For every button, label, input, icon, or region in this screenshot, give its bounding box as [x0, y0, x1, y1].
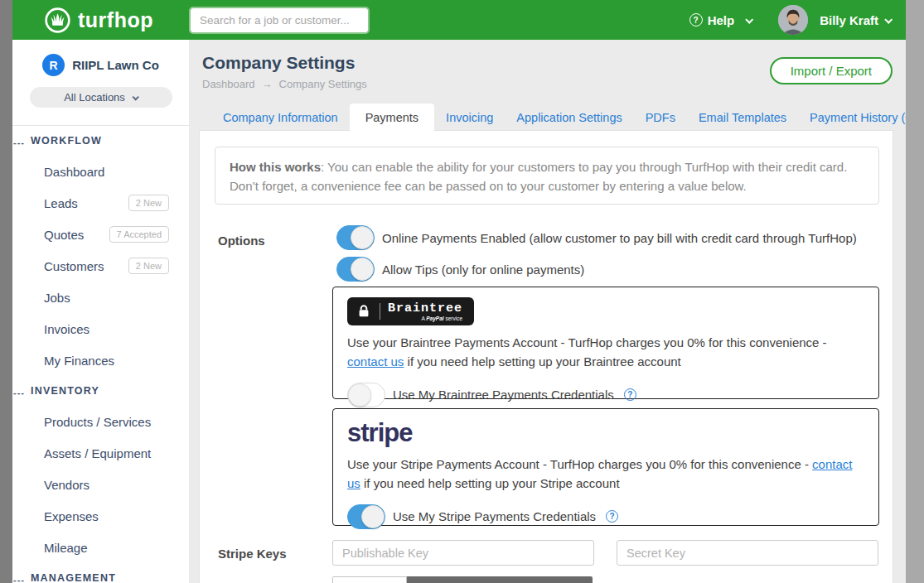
- sidebar-item-customers[interactable]: Customers 2 New: [12, 250, 189, 282]
- sidebar-badge: 7 Accepted: [109, 226, 169, 243]
- braintree-credentials-label: Use My Braintree Payments Credentials: [393, 388, 614, 402]
- secret-key-input[interactable]: [617, 540, 878, 566]
- sidebar-item-quotes[interactable]: Quotes 7 Accepted: [12, 219, 189, 250]
- user-name: Billy Kraft: [820, 13, 878, 27]
- brand-name: turfhop: [78, 6, 153, 34]
- cutoff-segment-light[interactable]: [332, 576, 407, 583]
- sidebar-item-jobs[interactable]: Jobs: [12, 282, 189, 313]
- page-title: Company Settings: [202, 53, 355, 73]
- tab-application-settings[interactable]: Application Settings: [505, 104, 633, 134]
- user-menu[interactable]: Billy Kraft: [820, 13, 891, 27]
- sidebar-item-vendors[interactable]: Vendors: [12, 469, 189, 500]
- braintree-contact-us-link[interactable]: contact us: [347, 354, 404, 369]
- section-dashes-icon: ---: [13, 137, 25, 147]
- help-icon: ?: [689, 13, 703, 26]
- sidebar-section-inventory[interactable]: --- INVENTORY: [12, 376, 189, 406]
- help-menu[interactable]: ? Help: [689, 13, 752, 27]
- toggle-knob: [348, 383, 371, 407]
- braintree-section: Braintree A PayPal service Use your Brai…: [332, 287, 879, 399]
- settings-tabs: Company Information Payments Invoicing A…: [211, 104, 924, 134]
- top-header-bar: turfhop ? Help Billy Kraft: [0, 0, 924, 40]
- allow-tips-label: Allow Tips (only for online payments): [382, 263, 584, 277]
- online-payments-label: Online Payments Enabled (allow customer …: [382, 231, 857, 245]
- toggle-knob: [361, 505, 385, 528]
- stripe-help-icon[interactable]: ?: [606, 510, 618, 523]
- section-dashes-icon: ---: [13, 388, 25, 398]
- breadcrumb: Dashboard → Company Settings: [202, 78, 367, 90]
- chevron-down-icon: [132, 94, 138, 100]
- sidebar-badge: 2 New: [128, 258, 169, 274]
- braintree-help-icon[interactable]: ?: [624, 388, 636, 401]
- tab-email-templates[interactable]: Email Templates: [687, 104, 798, 134]
- allow-tips-toggle[interactable]: [336, 257, 375, 282]
- breadcrumb-arrow-icon: →: [262, 78, 273, 90]
- cutoff-bottom-control[interactable]: [332, 576, 593, 583]
- section-dashes-icon: ---: [13, 575, 25, 583]
- sidebar-nav: --- WORKFLOW Dashboard Leads 2 New Quote…: [12, 126, 189, 583]
- cutoff-segment-dark[interactable]: [407, 576, 593, 583]
- logo-divider: [380, 303, 380, 320]
- note-title: How this works: [230, 160, 321, 174]
- chevron-down-icon: [745, 15, 753, 23]
- sidebar-item-expenses[interactable]: Expenses: [12, 500, 189, 532]
- sidebar-badge: 2 New: [128, 195, 169, 211]
- braintree-credentials-toggle[interactable]: [347, 383, 385, 407]
- sidebar-item-my-finances[interactable]: My Finances: [12, 344, 189, 376]
- main-content: Company Settings Dashboard → Company Set…: [189, 40, 906, 583]
- company-row[interactable]: R RIIPL Lawn Co: [12, 54, 189, 76]
- tab-payments[interactable]: Payments: [350, 104, 434, 134]
- import-export-button[interactable]: Import / Export: [770, 57, 893, 84]
- sidebar-item-assets-equipment[interactable]: Assets / Equipment: [12, 437, 189, 469]
- sidebar-item-leads[interactable]: Leads 2 New: [12, 187, 189, 219]
- sidebar-item-invoices[interactable]: Invoices: [12, 313, 189, 344]
- chevron-down-icon: [884, 15, 893, 23]
- stripe-keys-label: Stripe Keys: [218, 547, 287, 561]
- sidebar-item-products-services[interactable]: Products / Services: [12, 406, 189, 437]
- window-left-edge: [0, 0, 12, 583]
- turfhop-grass-icon: [44, 7, 71, 34]
- stripe-credentials-label: Use My Stripe Payments Credentials: [393, 509, 596, 523]
- tab-invoicing[interactable]: Invoicing: [434, 104, 505, 134]
- search-input[interactable]: [191, 8, 368, 32]
- brand-logo[interactable]: turfhop: [44, 6, 153, 34]
- tab-pdfs[interactable]: PDFs: [634, 104, 687, 134]
- location-selector-label: All Locations: [64, 91, 125, 104]
- online-payments-toggle[interactable]: [336, 225, 375, 250]
- stripe-credentials-toggle[interactable]: [347, 504, 385, 529]
- breadcrumb-dashboard[interactable]: Dashboard: [202, 78, 255, 90]
- company-name: RIIPL Lawn Co: [72, 58, 159, 72]
- toggle-knob: [351, 226, 374, 249]
- options-label: Options: [218, 234, 265, 248]
- braintree-description: Use your Braintree Payments Account - Tu…: [347, 333, 853, 372]
- toggle-knob: [351, 258, 374, 281]
- stripe-description: Use your Stripe Payments Account - TurfH…: [347, 455, 853, 494]
- company-block: R RIIPL Lawn Co All Locations: [12, 40, 189, 126]
- scrollbar-track[interactable]: [906, 0, 924, 583]
- avatar[interactable]: [778, 5, 808, 35]
- payments-panel: How this works: You can enable the abili…: [199, 130, 893, 583]
- sidebar-section-management[interactable]: --- MANAGEMENT: [12, 563, 189, 583]
- stripe-logo: stripe: [347, 419, 864, 447]
- braintree-tagline: A PayPal service: [421, 316, 462, 321]
- how-this-works-note: How this works: You can enable the abili…: [215, 147, 879, 205]
- note-text: : You can enable the ability for your cu…: [230, 160, 847, 193]
- publishable-key-input[interactable]: [332, 540, 594, 566]
- help-label: Help: [708, 13, 735, 27]
- sidebar: R RIIPL Lawn Co All Locations --- WORKFL…: [12, 40, 189, 583]
- braintree-logo: Braintree A PayPal service: [347, 297, 474, 325]
- location-selector[interactable]: All Locations: [30, 87, 172, 108]
- sidebar-section-workflow[interactable]: --- WORKFLOW: [12, 126, 189, 156]
- breadcrumb-current: Company Settings: [279, 78, 367, 90]
- lock-icon: [356, 303, 372, 320]
- company-logo: R: [42, 54, 65, 76]
- sidebar-item-mileage[interactable]: Mileage: [12, 532, 189, 563]
- sidebar-item-dashboard[interactable]: Dashboard: [12, 156, 189, 187]
- braintree-wordmark: Braintree: [388, 302, 462, 316]
- tab-company-information[interactable]: Company Information: [211, 104, 350, 134]
- stripe-section: stripe Use your Stripe Payments Account …: [332, 408, 879, 526]
